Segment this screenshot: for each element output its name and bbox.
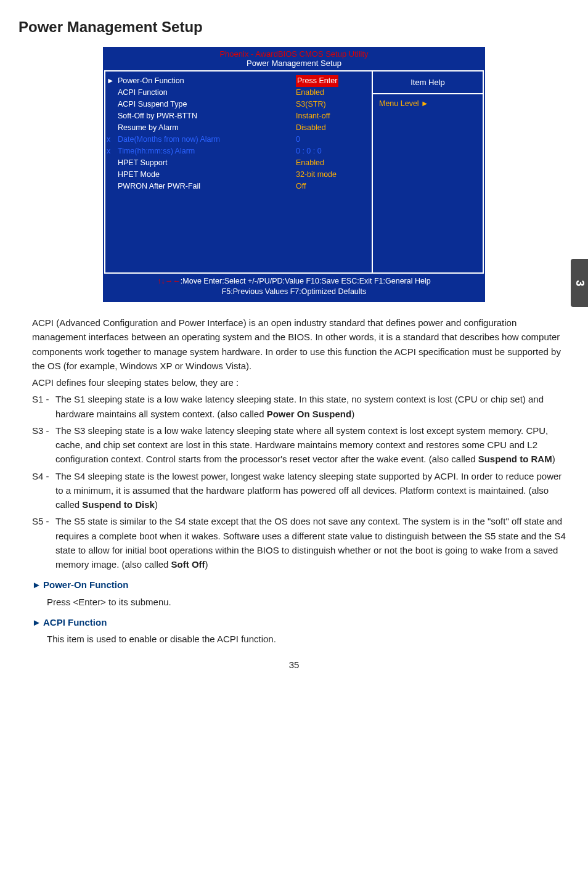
intro-p1: ACPI (Advanced Configuration and Power I… [32, 316, 567, 373]
bios-setting-label[interactable]: HPET Support [118, 157, 296, 169]
bios-row-marker [107, 87, 118, 99]
bios-setting-value[interactable]: S3(STR) [296, 99, 367, 110]
state-s3: S3 - The S3 sleeping state is a low wake… [32, 423, 567, 467]
page-section-tab: 3 [571, 259, 588, 307]
bios-setting-value[interactable]: 0 : 0 : 0 [296, 145, 367, 157]
bios-panel: Phoenix - AwardBIOS CMOS Setup Utility P… [103, 47, 485, 302]
bios-row-marker [107, 122, 118, 134]
power-on-function-heading: ►Power-On Function [32, 578, 567, 592]
bios-row-marker [107, 157, 118, 169]
triangle-right-icon: ► [32, 578, 43, 592]
bios-footer-line2: F5:Previous Values F7:Optimized Defaults [222, 287, 367, 296]
bios-setting-value[interactable]: 32-bit mode [296, 169, 367, 181]
bios-menu-level: Menu Level ► [373, 94, 483, 113]
bios-row-marker: x [107, 134, 118, 145]
bios-setting-label[interactable]: PWRON After PWR-Fail [118, 181, 296, 192]
state-s5: S5 - The S5 state is similar to the S4 s… [32, 514, 567, 571]
bios-setting-label[interactable]: Date(Months from now) Alarm [118, 134, 296, 145]
bios-setting-value[interactable]: Off [296, 181, 367, 192]
state-s1-body: The S1 sleeping state is a low wake late… [55, 392, 567, 421]
bios-setting-label[interactable]: Soft-Off by PWR-BTTN [118, 110, 296, 122]
bios-row-marker [107, 169, 118, 181]
bios-setting-label[interactable]: Time(hh:mm:ss) Alarm [118, 145, 296, 157]
bios-setting-label[interactable]: Power-On Function [118, 75, 296, 87]
bios-setting-label[interactable]: ACPI Suspend Type [118, 99, 296, 110]
page-number: 35 [18, 660, 570, 670]
bios-row-values: Press EnterEnabledS3(STR)Instant-offDisa… [296, 75, 367, 269]
bios-setting-value[interactable]: Press Enter [296, 75, 367, 87]
state-s4-tag: S4 - [32, 469, 55, 512]
bios-setting-value[interactable]: Enabled [296, 87, 367, 99]
bios-setting-value[interactable]: Enabled [296, 157, 367, 169]
bios-setting-value[interactable]: 0 [296, 134, 367, 145]
state-s3-tag: S3 - [32, 423, 55, 467]
bios-help-pane: Item Help Menu Level ► [373, 72, 484, 272]
bios-footer-line1: :Move Enter:Select +/-/PU/PD:Value F10:S… [181, 277, 431, 285]
power-on-function-body: Press <Enter> to its submenu. [47, 595, 567, 609]
bios-setting-label[interactable]: Resume by Alarm [118, 122, 296, 134]
bios-title: Phoenix - AwardBIOS CMOS Setup Utility [104, 48, 484, 59]
bios-setting-value[interactable]: Instant-off [296, 110, 367, 122]
bios-left-pane: ► xx Power-On FunctionACPI FunctionACPI … [104, 72, 373, 272]
bios-setting-label[interactable]: HPET Mode [118, 169, 296, 181]
bios-setting-value[interactable]: Disabled [296, 122, 367, 134]
state-s1-tag: S1 - [32, 392, 55, 421]
bios-row-marker [107, 110, 118, 122]
state-s5-tag: S5 - [32, 514, 55, 571]
bios-row-marker [107, 181, 118, 192]
bios-row-labels: Power-On FunctionACPI FunctionACPI Suspe… [118, 75, 296, 269]
bios-footer: ↑↓→←:Move Enter:Select +/-/PU/PD:Value F… [104, 274, 484, 301]
body-text: ACPI (Advanced Configuration and Power I… [18, 316, 570, 646]
page-title: Power Management Setup [18, 18, 570, 36]
bios-row-marker [107, 99, 118, 110]
bios-footer-arrows: ↑↓→← [157, 277, 181, 285]
bios-row-markers: ► xx [107, 75, 118, 269]
acpi-function-body: This item is used to enable or disable t… [47, 632, 567, 646]
bios-help-title: Item Help [373, 72, 483, 94]
bios-row-marker: x [107, 145, 118, 157]
state-s5-body: The S5 state is similar to the S4 state … [55, 514, 567, 571]
bios-row-marker: ► [107, 75, 118, 87]
acpi-function-heading: ►ACPI Function [32, 615, 567, 629]
state-s4-body: The S4 sleeping state is the lowest powe… [55, 469, 567, 512]
bios-body: ► xx Power-On FunctionACPI FunctionACPI … [104, 70, 484, 274]
state-s3-body: The S3 sleeping state is a low wake late… [55, 423, 567, 467]
bios-setting-label[interactable]: ACPI Function [118, 87, 296, 99]
intro-p2: ACPI defines four sleeping states below,… [32, 375, 567, 390]
state-s4: S4 - The S4 sleeping state is the lowest… [32, 469, 567, 512]
state-s1: S1 - The S1 sleeping state is a low wake… [32, 392, 567, 421]
triangle-right-icon: ► [32, 615, 43, 629]
bios-subtitle: Power Management Setup [104, 59, 484, 70]
